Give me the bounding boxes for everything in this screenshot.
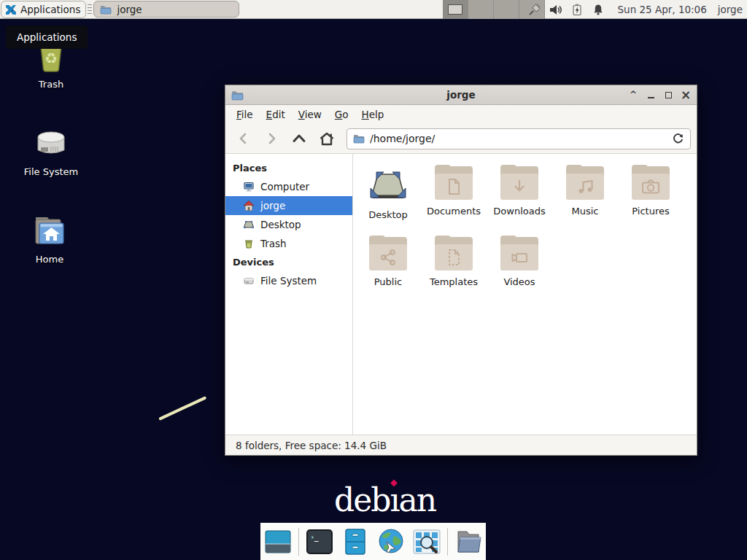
taskbar-window-button[interactable]: jorge [93, 1, 239, 18]
dock-separator [447, 528, 448, 556]
window-titlebar[interactable]: jorge ^ × [225, 85, 697, 105]
devices-header: Devices [225, 253, 352, 271]
applications-tooltip: Applications [6, 26, 88, 49]
sidebar-item-file-system[interactable]: File System [225, 271, 352, 290]
trash-icon: ♻ [243, 238, 255, 249]
menu-help[interactable]: Help [355, 106, 391, 123]
desktop-icon [243, 219, 255, 230]
folder-icon [566, 166, 604, 201]
folder-item-templates[interactable]: Templates [421, 235, 487, 306]
dock: › _ [260, 523, 486, 560]
drive-icon [243, 275, 255, 287]
panel-handle[interactable] [88, 4, 92, 15]
path-folder-icon [353, 133, 365, 144]
sidebar-item-trash[interactable]: ♻ Trash [225, 234, 352, 253]
home-button[interactable] [314, 128, 339, 149]
toolbar [225, 124, 697, 154]
folder-icon [435, 166, 473, 201]
download-glyph [511, 178, 528, 195]
camera-glyph [640, 178, 661, 195]
file-manager-window: jorge ^ × File Edit View Go Help [225, 85, 697, 456]
network-icon[interactable] [527, 2, 542, 17]
path-input[interactable] [370, 133, 667, 144]
workspace-2[interactable] [468, 0, 494, 19]
video-glyph [509, 249, 530, 266]
workspace-3[interactable] [494, 0, 519, 19]
folder-item-documents[interactable]: Documents [421, 164, 487, 235]
document-glyph [445, 177, 462, 196]
volume-icon[interactable] [549, 2, 563, 17]
folder-item-videos[interactable]: Videos [487, 235, 552, 306]
computer-icon [243, 181, 255, 192]
notifications-icon[interactable] [591, 2, 605, 17]
desktop-icon-file-system[interactable]: File System [11, 124, 91, 177]
folder-icon [100, 4, 112, 15]
folder-item-downloads[interactable]: Downloads [487, 164, 552, 235]
tooltip-text: Applications [17, 31, 77, 43]
desktop-icon-label: Trash [39, 79, 63, 90]
up-button[interactable] [287, 128, 311, 149]
folder-icon [500, 166, 538, 201]
folder-icon [435, 237, 473, 271]
folder-icon [632, 166, 670, 201]
directory-menu-icon[interactable] [453, 526, 484, 557]
folder-item-music[interactable]: Music [552, 164, 618, 235]
wordmark-text: deb [334, 481, 390, 518]
window-folder-icon [231, 89, 244, 101]
close-button[interactable]: × [681, 90, 691, 100]
svg-text:♻: ♻ [247, 243, 250, 248]
user-menu[interactable]: jorge [718, 4, 743, 15]
sidebar-item-jorge[interactable]: jorge [225, 196, 352, 215]
clock[interactable]: Sun 25 Apr, 10:06 [618, 4, 707, 15]
template-glyph [445, 248, 462, 267]
forward-button[interactable] [259, 128, 284, 149]
debian-wordmark: debıan [334, 481, 436, 518]
workspace-1[interactable] [443, 0, 468, 19]
desktop-icon-label: Home [36, 254, 63, 265]
menu-go[interactable]: Go [328, 106, 355, 123]
stray-line-artifact [158, 396, 206, 420]
drive-icon [32, 124, 70, 162]
home-folder-icon [30, 211, 69, 249]
menubar: File Edit View Go Help [225, 105, 697, 124]
reload-button[interactable] [672, 133, 684, 145]
folder-item-pictures[interactable]: Pictures [618, 164, 684, 235]
menu-view[interactable]: View [292, 106, 328, 123]
back-button[interactable] [231, 128, 256, 149]
folder-item-desktop[interactable]: Desktop [355, 164, 421, 235]
show-desktop-icon[interactable] [263, 526, 293, 557]
sidebar: Places Computer jorge [225, 154, 353, 435]
applications-menu-icon [5, 4, 17, 15]
file-cabinet-icon[interactable] [340, 526, 371, 557]
maximize-button[interactable] [663, 90, 673, 100]
system-tray: Sun 25 Apr, 10:06 jorge [527, 0, 745, 19]
status-text: 8 folders, Free space: 14.4 GiB [236, 440, 387, 451]
location-bar[interactable] [347, 128, 691, 149]
terminal-icon[interactable]: › _ [304, 526, 335, 557]
web-browser-icon[interactable] [376, 526, 406, 557]
menu-edit[interactable]: Edit [260, 106, 292, 123]
home-icon [243, 200, 255, 211]
folder-icon [369, 237, 407, 271]
sidebar-item-desktop[interactable]: Desktop [225, 215, 352, 234]
battery-icon[interactable] [570, 2, 584, 17]
shade-button[interactable]: ^ [628, 90, 638, 100]
svg-text:›: › [311, 532, 314, 542]
places-header: Places [225, 159, 352, 177]
top-panel: Applications jorge [0, 0, 747, 19]
sidebar-item-computer[interactable]: Computer [225, 177, 352, 196]
applications-menu-button[interactable]: Applications [1, 1, 86, 18]
folder-item-public[interactable]: Public [355, 235, 421, 306]
taskbar-window-label: jorge [117, 4, 142, 15]
svg-text:♻: ♻ [44, 50, 58, 67]
dock-separator [298, 528, 299, 556]
desktop-icon-home[interactable]: Home [9, 211, 90, 265]
svg-text:_: _ [314, 532, 319, 542]
menu-file[interactable]: File [230, 106, 260, 123]
statusbar: 8 folders, Free space: 14.4 GiB [225, 435, 697, 455]
application-finder-icon[interactable] [411, 526, 442, 557]
desktop-item-icon [368, 168, 409, 204]
minimize-button[interactable] [646, 90, 656, 100]
file-grid: Desktop Documents [353, 154, 697, 435]
music-glyph [576, 178, 595, 195]
